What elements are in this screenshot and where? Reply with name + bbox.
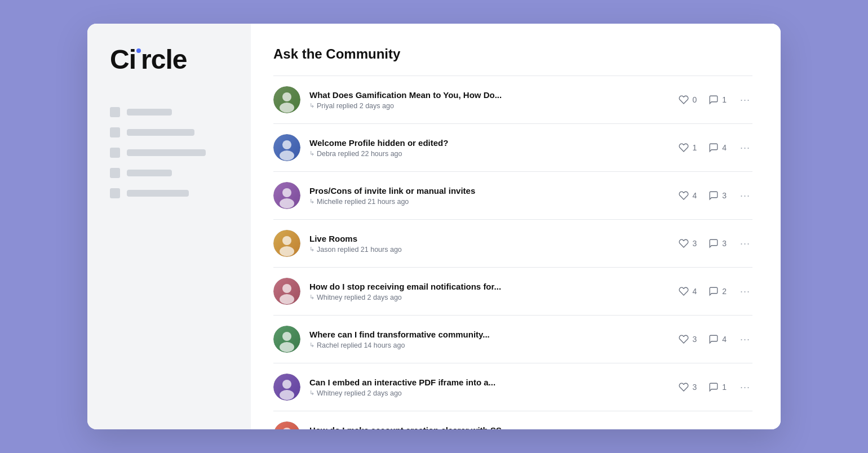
more-options-button[interactable]: ··· (738, 429, 752, 430)
like-count: 4 (692, 287, 697, 296)
post-body: Live Rooms ↳ Jason replied 21 hours ago (309, 234, 669, 254)
post-body: How do I stop receiving email notificati… (309, 282, 669, 301)
post-item[interactable]: What Does Gamification Mean to You, How … (273, 76, 752, 124)
like-button[interactable]: 1 (678, 142, 697, 153)
post-actions: 3 4 ··· (678, 334, 752, 345)
post-replier: Debra replied 22 hours ago (317, 150, 402, 158)
like-button[interactable]: 0 (678, 94, 697, 105)
post-item[interactable]: Pros/Cons of invite link or manual invit… (273, 172, 752, 220)
post-replier: Whitney replied 2 days ago (317, 294, 402, 301)
post-actions: 4 3 ··· (678, 190, 752, 202)
post-meta: ↳ Whitney replied 2 days ago (309, 294, 669, 301)
nav-item-4[interactable] (110, 168, 234, 178)
post-title: Live Rooms (309, 234, 669, 243)
like-button[interactable]: 4 (678, 190, 697, 201)
svg-point-16 (282, 332, 291, 341)
nav-item-3[interactable] (110, 148, 234, 158)
post-body: Where can I find transformative communit… (309, 330, 669, 349)
heart-icon (678, 190, 689, 201)
nav-item-1[interactable] (110, 107, 234, 117)
post-actions: 1 4 ··· (678, 429, 752, 430)
sidebar-nav (110, 107, 234, 198)
reply-arrow-icon: ↳ (309, 150, 315, 157)
post-meta: ↳ Priyal replied 2 days ago (309, 102, 669, 110)
like-button[interactable]: 3 (678, 238, 697, 249)
like-count: 3 (692, 239, 697, 248)
nav-item-5[interactable] (110, 188, 234, 198)
post-item[interactable]: Can I embed an interactive PDF iframe in… (273, 363, 752, 411)
svg-point-17 (280, 342, 294, 352)
more-options-button[interactable]: ··· (738, 334, 752, 345)
comment-icon (708, 238, 719, 249)
comment-button[interactable]: 3 (708, 190, 727, 201)
like-button[interactable]: 3 (678, 381, 697, 393)
app-window: Circle (87, 24, 781, 429)
like-count: 3 (692, 335, 697, 344)
heart-icon (678, 94, 689, 105)
heart-icon (678, 142, 689, 153)
avatar (273, 182, 300, 209)
comment-count: 3 (722, 239, 727, 248)
logo-text: Circle (110, 46, 187, 73)
nav-item-2[interactable] (110, 127, 234, 137)
post-replier: Priyal replied 2 days ago (317, 102, 394, 110)
nav-label-5 (127, 190, 189, 197)
like-button[interactable]: 4 (678, 286, 697, 297)
post-actions: 0 1 ··· (678, 94, 752, 106)
comment-icon (708, 381, 719, 393)
more-options-button[interactable]: ··· (738, 142, 752, 154)
post-actions: 3 1 ··· (678, 381, 752, 393)
comment-button[interactable]: 4 (708, 142, 727, 153)
like-count: 4 (692, 191, 697, 200)
more-options-button[interactable]: ··· (738, 94, 752, 106)
nav-label-1 (127, 109, 172, 116)
logo-dot (136, 48, 141, 53)
comment-button[interactable]: 4 (708, 334, 727, 345)
avatar (273, 326, 300, 353)
post-title: Welcome Profile hidden or edited? (309, 138, 669, 148)
svg-point-14 (280, 294, 294, 304)
post-actions: 1 4 ··· (678, 142, 752, 154)
svg-point-1 (282, 92, 291, 101)
reply-arrow-icon: ↳ (309, 102, 315, 109)
like-button[interactable]: 3 (678, 334, 697, 345)
reply-arrow-icon: ↳ (309, 341, 315, 349)
reply-arrow-icon: ↳ (309, 294, 315, 301)
post-title: What Does Gamification Mean to You, How … (309, 90, 669, 100)
post-actions: 4 2 ··· (678, 286, 752, 297)
comment-count: 1 (722, 383, 727, 392)
comment-count: 4 (722, 143, 727, 152)
post-title: How do I stop receiving email notificati… (309, 282, 669, 291)
more-options-button[interactable]: ··· (738, 381, 752, 393)
post-meta: ↳ Rachel replied 14 hours ago (309, 341, 669, 349)
reply-arrow-icon: ↳ (309, 389, 315, 397)
reply-arrow-icon: ↳ (309, 198, 315, 205)
nav-icon-4 (110, 168, 120, 178)
post-title: Pros/Cons of invite link or manual invit… (309, 186, 669, 196)
more-options-button[interactable]: ··· (738, 190, 752, 202)
post-item[interactable]: How do I stop receiving email notificati… (273, 268, 752, 316)
nav-icon-3 (110, 148, 120, 158)
more-options-button[interactable]: ··· (738, 286, 752, 297)
more-options-button[interactable]: ··· (738, 238, 752, 250)
svg-point-5 (280, 150, 294, 161)
comment-count: 1 (722, 95, 727, 104)
post-item[interactable]: Where can I find transformative communit… (273, 316, 752, 363)
post-body: What Does Gamification Mean to You, How … (309, 90, 669, 110)
post-item[interactable]: How do I make account creation clearer w… (273, 411, 752, 429)
comment-button[interactable]: 1 (708, 381, 727, 393)
svg-point-19 (282, 380, 291, 389)
post-meta: ↳ Michelle replied 21 hours ago (309, 198, 669, 206)
comment-button[interactable]: 2 (708, 286, 727, 297)
svg-point-8 (280, 198, 294, 208)
post-body: How do I make account creation clearer w… (309, 425, 669, 430)
heart-icon (678, 334, 689, 345)
nav-label-3 (127, 149, 206, 156)
comment-count: 4 (722, 335, 727, 344)
post-item[interactable]: Welcome Profile hidden or edited? ↳ Debr… (273, 124, 752, 172)
post-replier: Rachel replied 14 hours ago (317, 341, 405, 349)
comment-button[interactable]: 1 (708, 94, 727, 105)
post-replier: Jason replied 21 hours ago (317, 246, 402, 254)
post-item[interactable]: Live Rooms ↳ Jason replied 21 hours ago … (273, 220, 752, 268)
comment-button[interactable]: 3 (708, 238, 727, 249)
